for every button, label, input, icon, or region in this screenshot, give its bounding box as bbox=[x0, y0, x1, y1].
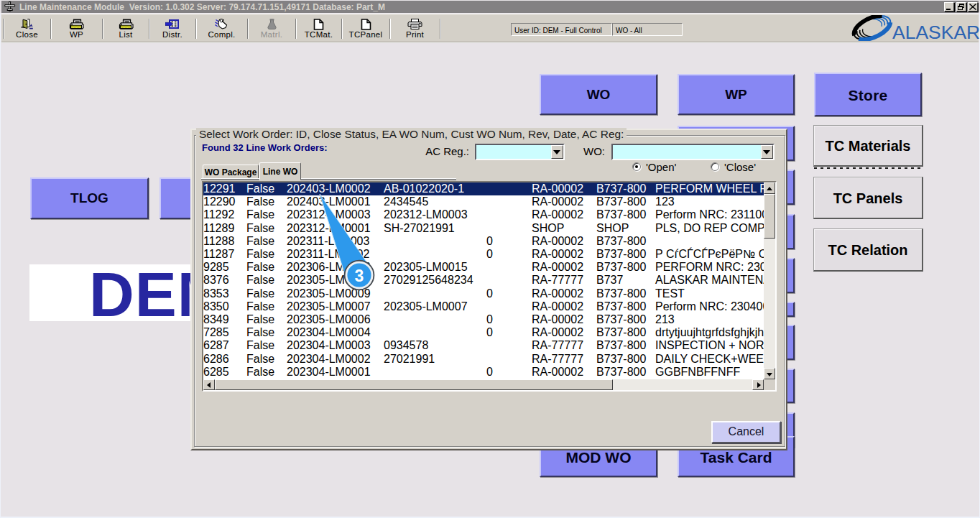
svg-text:ALASKAR: ALASKAR bbox=[892, 22, 980, 41]
svg-text:3: 3 bbox=[355, 267, 364, 285]
